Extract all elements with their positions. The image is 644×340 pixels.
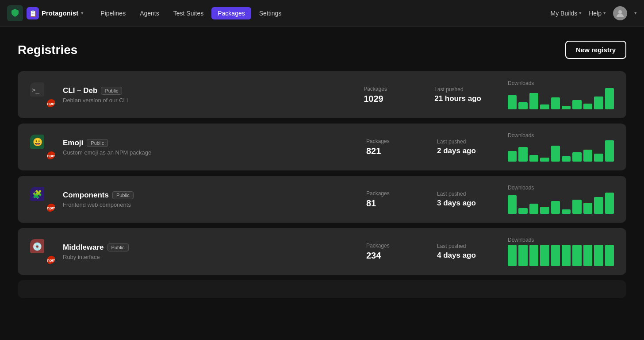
last-pushed-label: Last pushed xyxy=(437,191,481,197)
app-logo[interactable] xyxy=(7,5,23,21)
visibility-badge: Public xyxy=(112,191,134,199)
registry-desc: Ruby interface xyxy=(63,254,349,260)
download-bar xyxy=(594,154,603,162)
visibility-badge: Public xyxy=(101,87,122,95)
registry-name-row: Emoji Public xyxy=(63,139,349,147)
brand-chevron-icon: ▾ xyxy=(81,10,84,16)
download-bar xyxy=(562,106,571,109)
download-bar xyxy=(605,193,614,214)
download-bar xyxy=(551,146,560,162)
packages-stat: Packages 821 xyxy=(366,138,410,156)
npm-badge: npm xyxy=(47,204,55,212)
registry-card[interactable] xyxy=(18,280,626,298)
packages-stat: Packages 234 xyxy=(366,243,410,261)
new-registry-button[interactable]: New registry xyxy=(565,41,626,59)
packages-count: 821 xyxy=(366,146,410,156)
registry-name: Middleware xyxy=(63,243,104,252)
registry-name-row: Middleware Public xyxy=(63,243,349,252)
registry-card[interactable]: 💿 npm Middleware Public Ruby interface P… xyxy=(18,228,626,275)
registry-list: >_ npm CLI – Deb Public Debian version o… xyxy=(18,71,626,298)
last-pushed-value: 4 days ago xyxy=(437,251,481,260)
registry-info: Emoji Public Custom emoji as an NPM pack… xyxy=(63,139,349,156)
help-chevron-icon: ▾ xyxy=(603,10,606,16)
download-bar xyxy=(583,203,592,214)
last-pushed-label: Last pushed xyxy=(437,139,481,145)
registry-card[interactable]: >_ npm CLI – Deb Public Debian version o… xyxy=(18,71,626,118)
registry-name: CLI – Deb xyxy=(63,86,97,95)
download-bar xyxy=(583,150,592,162)
svg-point-0 xyxy=(618,10,622,14)
registry-card[interactable]: 😀 npm Emoji Public Custom emoji as an NP… xyxy=(18,124,626,170)
last-pushed-stat: Last pushed 3 days ago xyxy=(437,191,481,208)
brand-name: Protagonist xyxy=(42,9,78,17)
brand-dropdown[interactable]: 📋 Protagonist ▾ xyxy=(27,7,84,19)
nav-links: Pipelines Agents Test Suites Packages Se… xyxy=(94,7,550,19)
downloads-chart xyxy=(508,88,614,109)
registry-stats: Packages 821 Last pushed 2 days ago Down… xyxy=(366,132,614,162)
registry-name: Components xyxy=(63,191,109,200)
packages-count: 81 xyxy=(366,198,410,209)
download-bar xyxy=(572,245,581,266)
my-builds-label: My Builds xyxy=(551,10,578,17)
download-bar xyxy=(594,97,603,109)
last-pushed-label: Last pushed xyxy=(434,86,481,93)
packages-count: 1029 xyxy=(364,94,408,104)
download-bar xyxy=(508,95,517,109)
downloads-stat: Downloads xyxy=(508,237,614,266)
download-bar xyxy=(529,155,538,162)
help-menu[interactable]: Help ▾ xyxy=(589,10,606,17)
download-bar xyxy=(594,197,603,214)
download-bar xyxy=(594,245,603,266)
nav-settings[interactable]: Settings xyxy=(253,7,288,19)
download-bar xyxy=(572,100,581,109)
nav-right: My Builds ▾ Help ▾ ▾ xyxy=(551,6,637,20)
download-bar xyxy=(508,151,517,162)
downloads-stat: Downloads xyxy=(508,80,614,109)
packages-stat: Packages 81 xyxy=(366,190,410,209)
download-bar xyxy=(551,245,560,266)
download-bar xyxy=(518,208,527,214)
downloads-stat: Downloads xyxy=(508,132,614,162)
download-bar xyxy=(508,195,517,214)
download-bar xyxy=(508,245,517,266)
packages-label: Packages xyxy=(366,243,410,249)
packages-label: Packages xyxy=(366,138,410,144)
download-bar xyxy=(572,200,581,214)
download-bar xyxy=(605,245,614,266)
packages-label: Packages xyxy=(366,190,410,197)
download-bar xyxy=(605,88,614,109)
main-content: Registries New registry >_ npm CLI – Deb… xyxy=(0,27,644,312)
download-bar xyxy=(540,158,549,162)
nav-pipelines[interactable]: Pipelines xyxy=(94,7,132,19)
download-bar xyxy=(529,93,538,109)
brand-icon: 📋 xyxy=(27,7,39,19)
svg-text:🧩: 🧩 xyxy=(32,189,42,199)
registry-stats: Packages 1029 Last pushed 21 hours ago D… xyxy=(364,80,614,109)
nav-test-suites[interactable]: Test Suites xyxy=(167,7,210,19)
user-avatar[interactable] xyxy=(613,6,627,20)
registry-info: Middleware Public Ruby interface xyxy=(63,243,349,260)
download-bar xyxy=(551,97,560,109)
download-bar xyxy=(518,147,527,162)
visibility-badge: Public xyxy=(107,243,129,251)
downloads-chart xyxy=(508,140,614,162)
download-bar xyxy=(540,207,549,214)
npm-badge: npm xyxy=(47,256,55,264)
visibility-badge: Public xyxy=(87,139,108,147)
packages-stat: Packages 1029 xyxy=(364,86,408,104)
download-bar xyxy=(518,102,527,109)
registry-icon: 😀 npm xyxy=(30,135,55,159)
downloads-chart xyxy=(508,245,614,266)
packages-label: Packages xyxy=(364,86,408,92)
my-builds-menu[interactable]: My Builds ▾ xyxy=(551,10,582,17)
svg-text:>_: >_ xyxy=(32,86,39,94)
registry-name-row: Components Public xyxy=(63,191,349,200)
download-bar xyxy=(551,201,560,214)
npm-badge: npm xyxy=(47,151,55,159)
registry-card[interactable]: 🧩 npm Components Public Frontend web com… xyxy=(18,176,626,223)
download-bar xyxy=(562,209,571,214)
registry-icon: 🧩 npm xyxy=(30,187,55,212)
nav-agents[interactable]: Agents xyxy=(134,7,165,19)
downloads-chart xyxy=(508,193,614,214)
nav-packages[interactable]: Packages xyxy=(211,7,251,19)
